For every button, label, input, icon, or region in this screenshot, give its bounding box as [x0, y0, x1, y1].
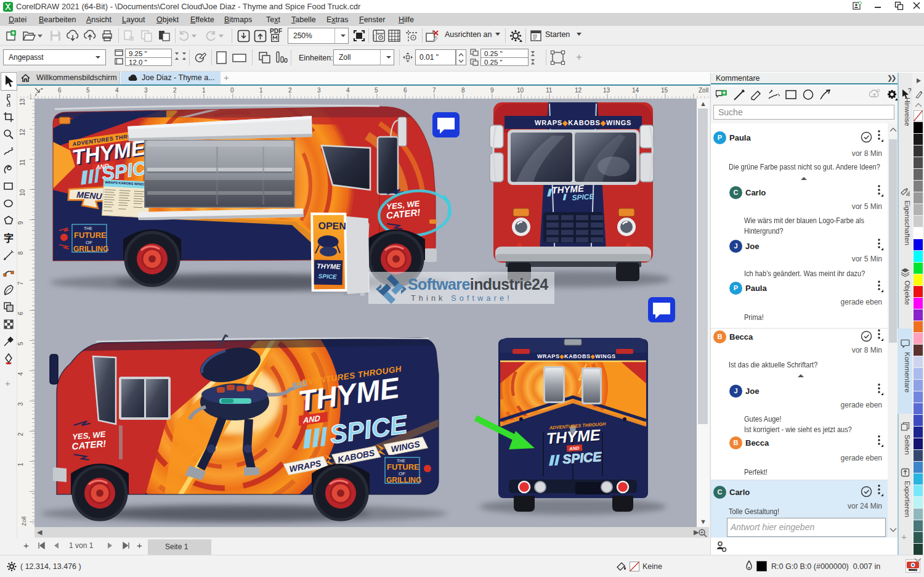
svg-text:THE: THE: [84, 226, 92, 231]
svg-text:字: 字: [4, 232, 14, 243]
svg-text:OPEN: OPEN: [318, 220, 346, 231]
svg-text:WRAPS◆KABOBS◆WINGS: WRAPS◆KABOBS◆WINGS: [535, 119, 631, 126]
svg-text:GRILLING: GRILLING: [73, 245, 108, 253]
svg-text:GRILLING: GRILLING: [386, 476, 421, 485]
svg-text:FUTURE: FUTURE: [74, 231, 107, 240]
svg-text:SPICE: SPICE: [562, 449, 602, 466]
svg-text:Softwareindustrie24: Softwareindustrie24: [408, 276, 548, 293]
svg-text:FUTURE: FUTURE: [387, 462, 419, 472]
svg-text:MENU: MENU: [76, 190, 103, 202]
svg-text:SPICE: SPICE: [318, 272, 337, 280]
svg-text:SPICE: SPICE: [572, 192, 595, 202]
svg-text:WRAPS◆KABOBS◆WINGS: WRAPS◆KABOBS◆WINGS: [537, 353, 616, 359]
svg-text:THYME: THYME: [317, 262, 341, 270]
svg-text:Think Software!: Think Software!: [411, 294, 513, 303]
